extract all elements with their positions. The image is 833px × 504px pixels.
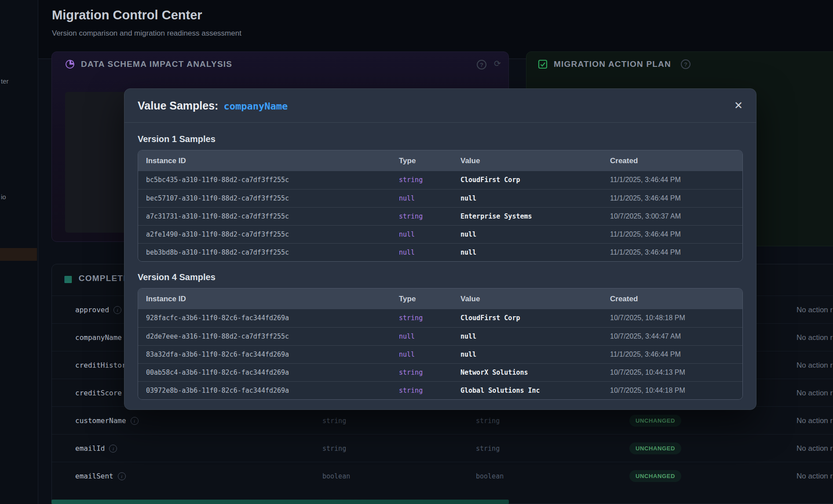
instance-id-cell: 928facfc-a3b6-11f0-82c6-fac344fd269a <box>138 309 399 327</box>
v1-type: string <box>322 435 346 462</box>
col-value: Value <box>460 289 610 309</box>
v1-type: boolean <box>322 462 350 490</box>
info-icon[interactable]: i <box>131 417 139 425</box>
action-plan-panel-title: MIGRATION ACTION PLAN <box>554 59 671 69</box>
sample-row: a2fe1490-a310-11f0-88d2-ca7df3ff255c nul… <box>138 225 742 243</box>
v4-type: boolean <box>476 462 504 490</box>
created-cell: 11/1/2025, 3:46:44 PM <box>610 243 742 261</box>
sidebar-active-item[interactable] <box>0 248 37 261</box>
created-cell: 11/1/2025, 3:46:44 PM <box>610 171 742 189</box>
sample-row: d2de7eee-a316-11f0-88d2-ca7df3ff255c nul… <box>138 327 742 345</box>
v1-type: string <box>322 407 346 435</box>
value-cell: NetworX Solutions <box>460 363 610 381</box>
sample-row: 928facfc-a3b6-11f0-82c6-fac344fd269a str… <box>138 309 742 327</box>
action-text: No action r <box>796 296 833 324</box>
field-name: companyName <box>75 333 122 342</box>
v4-type: string <box>476 435 500 462</box>
type-cell: string <box>399 171 460 189</box>
instance-id-cell: beb3bd8b-a310-11f0-88d2-ca7df3ff255c <box>138 243 399 261</box>
type-cell: string <box>399 363 460 381</box>
version1-samples-table: Instance ID Type Value Created bc5bc435-… <box>138 150 743 262</box>
sample-row: 00ab58c4-a3b6-11f0-82c6-fac344fd269a str… <box>138 363 742 381</box>
checkbox-check-icon <box>538 59 548 69</box>
col-created: Created <box>610 150 742 171</box>
created-cell: 10/7/2025, 3:00:37 AM <box>610 207 742 225</box>
version4-heading: Version 4 Samples <box>138 272 743 282</box>
type-cell: null <box>399 243 460 261</box>
instance-id-cell: 83a32dfa-a3b6-11f0-82c6-fac344fd269a <box>138 345 399 363</box>
matrix-panel-title: COMPLETE <box>79 274 129 283</box>
type-cell: null <box>399 345 460 363</box>
table-header-row: Instance ID Type Value Created <box>138 150 742 171</box>
instance-id-cell: 03972e8b-a3b6-11f0-82c6-fac344fd269a <box>138 381 399 399</box>
field-name: emailSent <box>75 472 113 480</box>
close-icon[interactable]: ✕ <box>734 100 743 111</box>
status-badge: UNCHANGED <box>629 415 681 427</box>
created-cell: 11/1/2025, 3:46:44 PM <box>610 225 742 243</box>
value-cell: null <box>460 345 610 363</box>
version1-heading: Version 1 Samples <box>138 134 743 144</box>
table-row: emailId i string string UNCHANGED No act… <box>52 434 833 462</box>
info-icon[interactable]: i <box>113 306 121 314</box>
instance-id-cell: d2de7eee-a316-11f0-88d2-ca7df3ff255c <box>138 327 399 345</box>
action-text: No action r <box>796 379 833 407</box>
status-badge: UNCHANGED <box>629 442 681 454</box>
help-icon[interactable]: ? <box>681 59 691 69</box>
type-cell: null <box>399 327 460 345</box>
created-cell: 10/7/2025, 3:44:47 AM <box>610 327 742 345</box>
value-cell: null <box>460 243 610 261</box>
value-cell: null <box>460 327 610 345</box>
v4-type: string <box>476 407 500 435</box>
sample-row: a7c31731-a310-11f0-88d2-ca7df3ff255c str… <box>138 207 742 225</box>
sidebar-item-label[interactable]: ter <box>1 77 9 85</box>
value-cell: null <box>460 189 610 207</box>
instance-id-cell: a2fe1490-a310-11f0-88d2-ca7df3ff255c <box>138 225 399 243</box>
field-name: creditScore <box>75 389 122 397</box>
table-row: emailSent i boolean boolean UNCHANGED No… <box>52 462 833 489</box>
type-cell: string <box>399 309 460 327</box>
col-type: Type <box>399 289 460 309</box>
field-name: approved <box>75 306 109 314</box>
instance-id-cell: a7c31731-a310-11f0-88d2-ca7df3ff255c <box>138 207 399 225</box>
table-row: customerName i string string UNCHANGED N… <box>52 406 833 434</box>
col-instance-id: Instance ID <box>138 289 399 309</box>
value-cell: null <box>460 225 610 243</box>
status-badge: UNCHANGED <box>629 470 681 482</box>
field-name: creditHistor <box>75 361 126 369</box>
value-cell: CloudFirst Corp <box>460 171 610 189</box>
field-name: emailId <box>75 444 105 453</box>
page-subtitle: Version comparison and migration readine… <box>52 29 241 38</box>
created-cell: 11/1/2025, 3:46:44 PM <box>610 345 742 363</box>
col-instance-id: Instance ID <box>138 150 399 171</box>
info-icon[interactable]: i <box>118 472 126 480</box>
action-text: No action r <box>796 407 833 435</box>
sample-row: beb3bd8b-a310-11f0-88d2-ca7df3ff255c nul… <box>138 243 742 261</box>
action-text: No action r <box>796 351 833 379</box>
modal-header: Value Samples:companyName ✕ <box>124 89 756 123</box>
sample-row: 83a32dfa-a3b6-11f0-82c6-fac344fd269a nul… <box>138 345 742 363</box>
sidebar: ter io <box>0 0 38 504</box>
type-cell: null <box>399 225 460 243</box>
created-cell: 10/7/2025, 10:44:18 PM <box>610 381 742 399</box>
type-cell: string <box>399 381 460 399</box>
action-text: No action r <box>796 324 833 351</box>
refresh-icon[interactable]: ⟳ <box>494 58 501 69</box>
field-name: customerName <box>75 416 126 425</box>
action-text: No action r <box>796 462 833 490</box>
sample-row: 03972e8b-a3b6-11f0-82c6-fac344fd269a str… <box>138 381 742 399</box>
instance-id-cell: bec57107-a310-11f0-88d2-ca7df3ff255c <box>138 189 399 207</box>
created-cell: 10/7/2025, 10:44:13 PM <box>610 363 742 381</box>
created-cell: 11/1/2025, 3:46:44 PM <box>610 189 742 207</box>
version4-samples-table: Instance ID Type Value Created 928facfc-… <box>138 288 743 400</box>
value-cell: Enterprise Systems <box>460 207 610 225</box>
help-icon[interactable]: ? <box>477 60 486 69</box>
sidebar-item-label[interactable]: io <box>1 193 6 201</box>
info-icon[interactable]: i <box>109 445 117 453</box>
col-type: Type <box>399 150 460 171</box>
sample-row: bec57107-a310-11f0-88d2-ca7df3ff255c nul… <box>138 189 742 207</box>
header: Migration Control Center Version compari… <box>38 0 833 59</box>
type-cell: string <box>399 207 460 225</box>
migration-control-center-page: ter io Migration Control Center Version … <box>0 0 833 504</box>
table-header-row: Instance ID Type Value Created <box>138 289 742 309</box>
value-samples-modal: Value Samples:companyName ✕ Version 1 Sa… <box>124 88 756 410</box>
